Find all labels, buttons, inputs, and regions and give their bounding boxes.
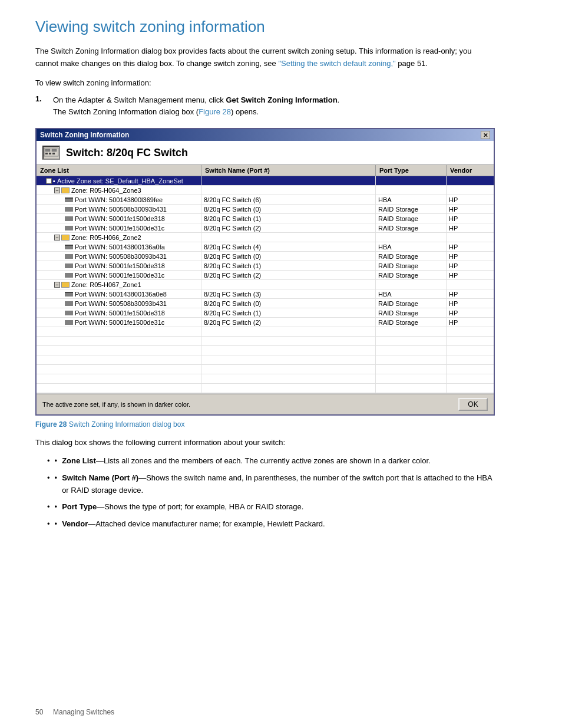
- port-type-cell: [376, 233, 447, 242]
- zone-list-cell: − Zone: R05-H064_Zone3: [37, 186, 201, 195]
- dialog-title: Switch Zoning Information: [40, 131, 129, 139]
- zone-list-cell: Port WWN: 50001fe1500de31c: [37, 318, 201, 327]
- body-paragraph: This dialog box shows the following curr…: [35, 437, 495, 449]
- page-section: Managing Switches: [53, 708, 114, 716]
- switch-name-cell: 8/20q FC Switch (1): [201, 214, 376, 223]
- page-number: 50: [35, 708, 43, 716]
- svg-rect-5: [52, 153, 55, 154]
- expand-icon: −: [54, 282, 60, 288]
- bullet-marker: •: [55, 472, 58, 497]
- hba-port-icon: [65, 292, 73, 297]
- port-type-cell: RAID Storage: [376, 308, 447, 317]
- bullet-marker: •: [55, 455, 58, 467]
- port-type-cell: HBA: [376, 195, 447, 204]
- vendor-cell: HP: [447, 299, 494, 308]
- switch-zoning-dialog: Switch Zoning Information ✕ Switch: 8/20…: [35, 128, 495, 416]
- dialog-titlebar: Switch Zoning Information ✕: [37, 129, 494, 141]
- vendor-cell: HP: [447, 289, 494, 298]
- switch-name-cell: 8/20q FC Switch (2): [201, 318, 376, 327]
- checkbox-icon: [46, 178, 52, 184]
- zone-list-cell: ▪ Active Zone set: SE_Default_HBA_ZoneSe…: [37, 176, 201, 185]
- switch-name-cell: 8/20q FC Switch (3): [201, 289, 376, 298]
- port-type-cell: RAID Storage: [376, 318, 447, 327]
- port-icon: [65, 301, 73, 306]
- folder-icon: [61, 235, 70, 241]
- empty-row: [37, 355, 494, 365]
- step-subtext-after: ) opens.: [231, 107, 259, 116]
- vendor-cell: HP: [447, 308, 494, 317]
- table-row: Port WWN: 50001fe1500de31c 8/20q FC Swit…: [37, 318, 494, 327]
- vendor-cell: HP: [447, 214, 494, 223]
- hba-port-icon: [65, 245, 73, 249]
- port-type-cell: RAID Storage: [376, 261, 447, 270]
- svg-rect-1: [45, 149, 50, 151]
- table-row: Port WWN: 500143800136a0fa 8/20q FC Swit…: [37, 242, 494, 252]
- empty-row: [37, 365, 494, 374]
- port-icon: [65, 320, 73, 325]
- zone-list-cell: Port WWN: 500508b30093b431: [37, 299, 201, 308]
- zone-list-cell: − Zone: R05-H066_Zone2: [37, 233, 201, 242]
- col-vendor: Vendor: [447, 165, 494, 176]
- list-item: • Port Type—Shows the type of port; for …: [47, 501, 495, 513]
- setting-link[interactable]: "Setting the switch default zoning,": [278, 59, 395, 68]
- table-row: Port WWN: 50001fe1500de318 8/20q FC Swit…: [37, 261, 494, 271]
- page-title: Viewing switch zoning information: [35, 18, 527, 36]
- port-icon: [65, 273, 73, 278]
- zone-list-cell: Port WWN: 500143800136a0fa: [37, 242, 201, 251]
- switch-name-cell: 8/20q FC Switch (0): [201, 299, 376, 308]
- zone-list-cell: Port WWN: 50001fe1500de31c: [37, 223, 201, 232]
- switch-name-cell: 8/20q FC Switch (0): [201, 252, 376, 261]
- vendor-cell: HP: [447, 261, 494, 270]
- col-zone-list: Zone List: [37, 165, 201, 176]
- table-row: Port WWN: 50001fe1500de31c 8/20q FC Swit…: [37, 271, 494, 280]
- vendor-cell: HP: [447, 318, 494, 327]
- bullet-text: Vendor—Attached device manufacturer name…: [62, 518, 325, 531]
- intro-paragraph: The Switch Zoning Information dialog box…: [35, 45, 495, 70]
- switch-name-cell: 8/20q FC Switch (6): [201, 195, 376, 204]
- zone-list-cell: Port WWN: 500508b30093b431: [37, 205, 201, 213]
- tree-area: ▪ Active Zone set: SE_Default_HBA_ZoneSe…: [37, 176, 494, 394]
- figure-label: Figure 28: [35, 420, 67, 429]
- switch-name-cell: [201, 176, 376, 185]
- vendor-cell: HP: [447, 195, 494, 204]
- table-row: Port WWN: 500508b30093b431 8/20q FC Swit…: [37, 205, 494, 214]
- switch-name-cell: 8/20q FC Switch (0): [201, 205, 376, 213]
- dialog-header: Switch: 8/20q FC Switch: [37, 141, 494, 165]
- vendor-cell: [447, 233, 494, 242]
- bullet-text: Switch Name (Port #)—Shows the switch na…: [62, 472, 495, 497]
- empty-row: [37, 384, 494, 393]
- switch-icon: [42, 146, 60, 160]
- vendor-cell: [447, 176, 494, 185]
- port-type-cell: RAID Storage: [376, 299, 447, 308]
- step-text-before: On the Adapter & Switch Management menu,…: [53, 95, 226, 104]
- vendor-cell: HP: [447, 271, 494, 279]
- folder-icon: [61, 187, 70, 193]
- dialog-footer: The active zone set, if any, is shown in…: [37, 394, 494, 414]
- step-subtext: The Switch Zoning Information dialog box…: [53, 107, 199, 116]
- step-bold: Get Switch Zoning Information: [226, 95, 337, 104]
- table-row: − Zone: R05-H067_Zone1: [37, 280, 494, 289]
- vendor-cell: HP: [447, 223, 494, 232]
- list-item: • Zone List—Lists all zones and the memb…: [47, 455, 495, 467]
- to-view-text: To view switch zoning information:: [35, 78, 527, 87]
- zone-list-cell: Port WWN: 500508b30093b431: [37, 252, 201, 261]
- zone-list-cell: Port WWN: 50001fe1500de318: [37, 308, 201, 317]
- dialog-close-button[interactable]: ✕: [481, 131, 490, 139]
- zone-list-cell: Port WWN: 500143800l369fee: [37, 195, 201, 204]
- zone-list-cell: − Zone: R05-H067_Zone1: [37, 280, 201, 289]
- zone-list-cell: Port WWN: 500143800136a0e8: [37, 289, 201, 298]
- port-type-cell: [376, 176, 447, 185]
- svg-rect-3: [45, 153, 48, 154]
- port-type-cell: RAID Storage: [376, 271, 447, 279]
- page-footer: 50 Managing Switches: [35, 708, 114, 716]
- table-row: Port WWN: 500508b30093b431 8/20q FC Swit…: [37, 299, 494, 308]
- switch-name-cell: 8/20q FC Switch (4): [201, 242, 376, 251]
- figure-link[interactable]: Figure 28: [199, 107, 231, 116]
- ok-button[interactable]: OK: [458, 398, 488, 411]
- intro-text2: page 51.: [396, 59, 428, 68]
- table-row: ▪ Active Zone set: SE_Default_HBA_ZoneSe…: [37, 176, 494, 186]
- table-row: Port WWN: 500143800136a0e8 8/20q FC Swit…: [37, 289, 494, 299]
- bullet-marker: •: [55, 501, 58, 513]
- table-header: Zone List Switch Name (Port #) Port Type…: [37, 165, 494, 176]
- svg-rect-4: [49, 153, 51, 154]
